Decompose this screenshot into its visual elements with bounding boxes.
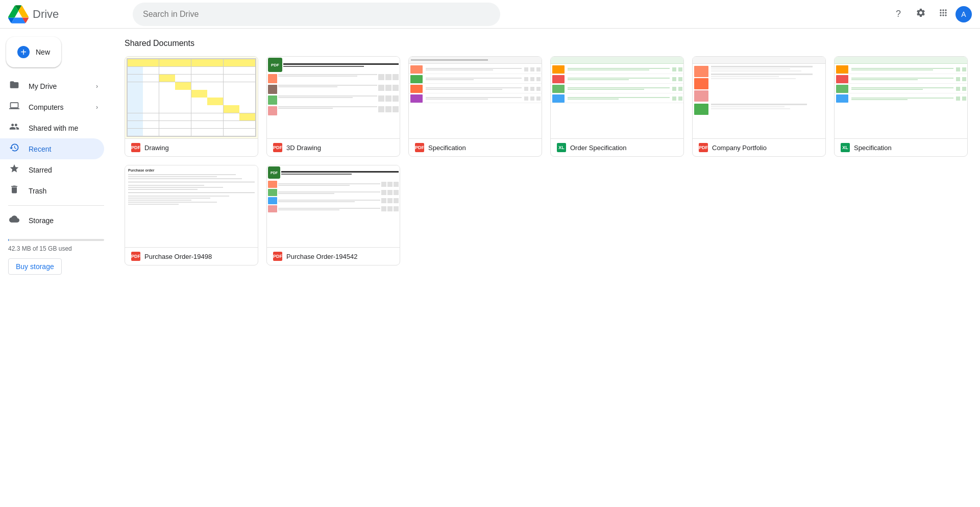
drive-logo-icon	[8, 4, 29, 25]
xlsx-icon-order-specification: XL	[557, 143, 566, 152]
file-card-company-portfolio[interactable]: PDF Company Portfolio	[692, 56, 826, 157]
main-content: Shared Documents	[112, 29, 980, 507]
help-icon: ?	[896, 9, 901, 19]
settings-icon	[916, 8, 926, 20]
file-thumbnail-company-portfolio	[693, 57, 825, 138]
file-grid-row2: Purchase order	[125, 165, 968, 265]
header-actions: ? A	[888, 4, 972, 25]
storage-bar-background	[8, 239, 104, 241]
pdf-icon-company-portfolio: PDF	[699, 143, 708, 152]
sidebar-item-starred[interactable]: Starred	[0, 159, 104, 180]
file-card-3d-drawing[interactable]: PDF	[266, 56, 400, 157]
file-thumbnail-specification	[409, 57, 542, 138]
file-card-drawing[interactable]: PDF Drawing	[125, 56, 258, 157]
storage-bar-fill	[8, 239, 9, 241]
apps-button[interactable]	[933, 4, 953, 25]
file-card-footer-3d-drawing: PDF 3D Drawing	[267, 138, 400, 156]
file-card-footer-company-portfolio: PDF Company Portfolio	[693, 138, 825, 156]
computers-label: Computers	[29, 103, 63, 111]
file-thumbnail-drawing	[125, 57, 258, 138]
trash-icon	[8, 184, 20, 197]
trash-label: Trash	[29, 187, 46, 195]
main-layout: + New My Drive › Computers ›	[0, 29, 980, 507]
file-name-drawing: Drawing	[144, 144, 169, 152]
sidebar: + New My Drive › Computers ›	[0, 29, 112, 507]
sidebar-item-my-drive[interactable]: My Drive ›	[0, 76, 104, 96]
file-thumbnail-specification-xl	[835, 57, 967, 138]
pdf-icon-specification: PDF	[415, 143, 424, 152]
file-card-footer-order-specification: XL Order Specification	[551, 138, 683, 156]
storage-label: Storage	[29, 216, 54, 225]
file-thumbnail-3d-drawing: PDF	[267, 57, 400, 138]
storage-icon	[8, 214, 20, 227]
computers-expand-icon: ›	[96, 104, 98, 111]
sidebar-item-computers[interactable]: Computers ›	[0, 96, 104, 117]
recent-label: Recent	[29, 145, 51, 153]
my-drive-icon	[8, 80, 20, 92]
new-button-label: New	[36, 48, 50, 56]
search-input[interactable]	[133, 3, 500, 26]
pdf-icon-purchase-order-194542: PDF	[273, 252, 282, 261]
new-plus-icon: +	[17, 46, 30, 58]
app-logo[interactable]: Drive	[8, 4, 120, 25]
file-name-company-portfolio: Company Portfolio	[712, 144, 767, 152]
my-drive-label: My Drive	[29, 82, 57, 90]
section-title: Shared Documents	[125, 39, 968, 48]
user-avatar[interactable]: A	[955, 6, 972, 22]
file-card-purchase-order-19498[interactable]: Purchase order	[125, 165, 258, 265]
sidebar-divider	[8, 205, 104, 206]
sidebar-item-storage[interactable]: Storage	[0, 210, 104, 231]
recent-icon	[8, 142, 20, 155]
file-name-3d-drawing: 3D Drawing	[286, 144, 321, 152]
file-card-specification[interactable]: PDF Specification	[408, 56, 542, 157]
storage-used-text: 42.3 MB of 15 GB used	[8, 245, 104, 252]
file-name-purchase-order-19498: Purchase Order-19498	[144, 253, 212, 260]
pdf-icon-3d-drawing: PDF	[273, 143, 282, 152]
sidebar-item-trash[interactable]: Trash	[0, 180, 104, 201]
pdf-icon-purchase-order-19498: PDF	[131, 252, 140, 261]
avatar-initial: A	[961, 10, 966, 18]
pdf-icon-drawing: PDF	[131, 143, 140, 152]
app-name-label: Drive	[33, 8, 59, 21]
file-card-footer-purchase-order-194542: PDF Purchase Order-194542	[267, 247, 400, 265]
computers-icon	[8, 101, 20, 113]
file-name-specification-xl: Specification	[854, 144, 892, 152]
xlsx-icon-specification-xl: XL	[841, 143, 850, 152]
sidebar-item-shared-with-me[interactable]: Shared with me	[0, 117, 104, 138]
buy-storage-button[interactable]: Buy storage	[8, 258, 62, 275]
shared-with-me-icon	[8, 122, 20, 134]
storage-section: 42.3 MB of 15 GB used Buy storage	[0, 231, 112, 283]
file-card-purchase-order-194542[interactable]: PDF	[266, 165, 400, 265]
my-drive-expand-icon: ›	[96, 83, 98, 90]
file-thumbnail-purchase-order-194542: PDF	[267, 165, 400, 247]
sidebar-item-recent[interactable]: Recent	[0, 138, 104, 159]
file-card-footer-specification: PDF Specification	[409, 138, 542, 156]
file-name-purchase-order-194542: Purchase Order-194542	[286, 253, 357, 260]
file-thumbnail-purchase-order-19498: Purchase order	[125, 165, 258, 247]
file-grid-row1: PDF Drawing PDF	[125, 56, 968, 157]
new-button[interactable]: + New	[6, 37, 61, 67]
shared-with-me-label: Shared with me	[29, 124, 78, 132]
starred-label: Starred	[29, 166, 52, 174]
help-button[interactable]: ?	[888, 4, 909, 25]
file-name-order-specification: Order Specification	[570, 144, 627, 152]
file-card-footer-specification-xl: XL Specification	[835, 138, 967, 156]
file-card-footer-purchase-order-19498: PDF Purchase Order-19498	[125, 247, 258, 265]
app-header: Drive ? A	[0, 0, 980, 29]
apps-grid-icon	[938, 8, 948, 20]
file-name-specification: Specification	[428, 144, 466, 152]
search-bar[interactable]	[133, 3, 500, 26]
file-card-order-specification[interactable]: XL Order Specification	[550, 56, 684, 157]
file-card-footer-drawing: PDF Drawing	[125, 138, 258, 156]
starred-icon	[8, 163, 20, 176]
settings-button[interactable]	[911, 4, 931, 25]
file-thumbnail-order-specification	[551, 57, 683, 138]
file-card-specification-xl[interactable]: XL Specification	[834, 56, 968, 157]
